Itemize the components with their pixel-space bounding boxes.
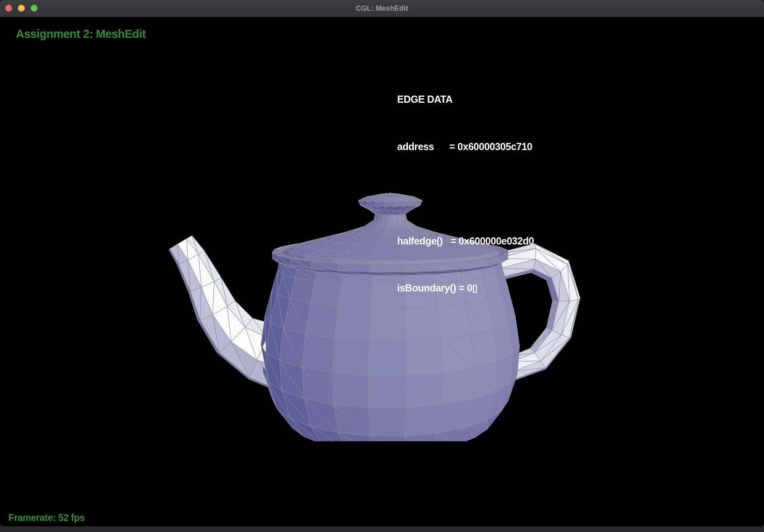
hud-line-halfedge: halfedge() = 0x600000e032d0 <box>397 233 534 249</box>
hud-line-title: EDGE DATA <box>397 92 534 108</box>
desktop-background-strip <box>0 526 764 532</box>
framerate-label: Framerate: 52 fps <box>8 512 85 523</box>
window-titlebar[interactable]: CGL: MeshEdit <box>0 0 764 17</box>
gl-viewport[interactable]: Assignment 2: MeshEdit EDGE DATA address… <box>0 17 764 526</box>
assignment-heading: Assignment 2: MeshEdit <box>16 27 146 41</box>
app-window: CGL: MeshEdit Assignment 2: MeshEdit EDG… <box>0 0 764 526</box>
window-title: CGL: MeshEdit <box>0 0 764 17</box>
hud-line-address: address = 0x60000305c710 <box>397 139 534 155</box>
hud-line-isboundary: isBoundary() = 0▯ <box>397 280 534 296</box>
hud-line-spacer <box>397 186 534 202</box>
edge-data-hud: EDGE DATA address = 0x60000305c710 halfe… <box>397 60 534 328</box>
